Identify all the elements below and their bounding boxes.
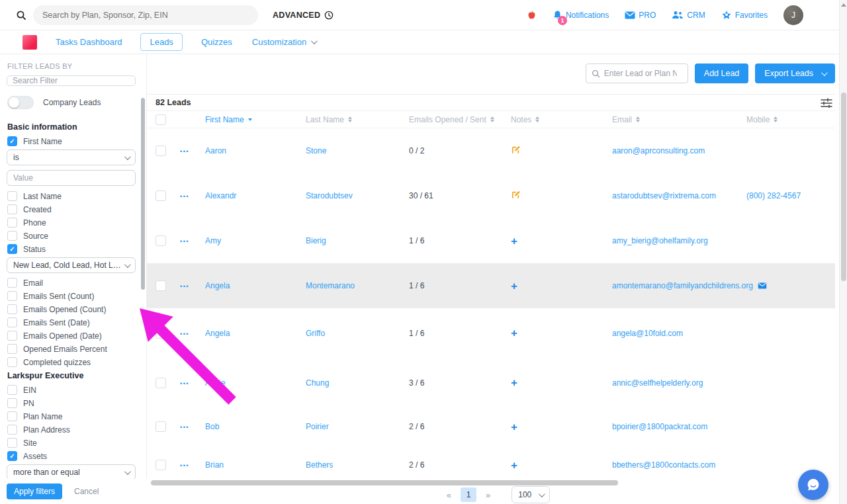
row-menu-button[interactable]: •••	[180, 462, 189, 469]
favorites-button[interactable]: Favorites	[721, 10, 768, 20]
last-name-link[interactable]: Bethers	[306, 460, 402, 470]
checkbox[interactable]	[7, 331, 17, 341]
first-name-link[interactable]: Alexandr	[205, 191, 299, 200]
tab-customization[interactable]: Customization	[251, 34, 317, 50]
checkbox[interactable]	[7, 385, 17, 395]
avatar[interactable]: J	[783, 5, 803, 25]
next-page-button[interactable]: »	[483, 490, 493, 500]
first-name-link[interactable]: Angela	[205, 329, 299, 338]
checkbox[interactable]	[7, 425, 17, 435]
horizontal-scrollbar[interactable]	[151, 480, 618, 485]
email-link[interactable]: bpoirier@1800packrat.com	[612, 422, 740, 431]
chat-button[interactable]	[798, 470, 828, 500]
checkbox[interactable]	[7, 317, 17, 327]
last-name-link[interactable]: Poirier	[306, 422, 402, 431]
edit-note-icon[interactable]	[511, 145, 521, 155]
checkbox[interactable]	[7, 231, 17, 241]
email-link[interactable]: amy_bierig@ohelfamily.org	[612, 236, 740, 245]
browser-scrollbar[interactable]	[839, 0, 847, 504]
checkbox[interactable]	[7, 204, 17, 214]
checkbox[interactable]	[7, 304, 17, 314]
row-checkbox[interactable]	[156, 460, 166, 470]
global-search-input[interactable]	[42, 11, 249, 20]
first-name-link[interactable]: Brian	[205, 460, 299, 470]
cancel-button[interactable]: Cancel	[74, 487, 99, 496]
checkbox[interactable]	[7, 398, 17, 408]
checkbox[interactable]	[7, 438, 17, 448]
company-leads-toggle[interactable]	[7, 96, 34, 109]
first-name-link[interactable]: Bob	[205, 422, 299, 431]
checkbox[interactable]	[7, 218, 17, 228]
filter-operator-select[interactable]: is	[7, 149, 136, 165]
last-name-link[interactable]: Chung	[306, 378, 402, 388]
row-menu-button[interactable]: •••	[180, 148, 189, 155]
add-note-button[interactable]: +	[511, 459, 517, 472]
tab-tasks-dashboard[interactable]: Tasks Dashboard	[54, 34, 123, 50]
scroll-up-arrow[interactable]	[841, 3, 846, 7]
lead-search[interactable]	[586, 63, 688, 83]
last-name-link[interactable]: Griffo	[306, 329, 402, 338]
envelope-icon[interactable]	[758, 282, 767, 289]
lead-search-input[interactable]	[604, 69, 677, 78]
column-header-first-name[interactable]: First Name	[199, 115, 299, 124]
column-settings-icon[interactable]	[821, 98, 832, 108]
page-number[interactable]: 1	[461, 487, 476, 502]
email-link[interactable]: astarodubtsev@rixtrema.com	[612, 191, 740, 200]
search-icon[interactable]	[16, 10, 26, 21]
row-menu-button[interactable]: •••	[180, 283, 189, 290]
row-checkbox[interactable]	[156, 328, 166, 339]
browser-scrollbar-thumb[interactable]	[841, 93, 846, 281]
filter-operator-select[interactable]: more than or equal	[7, 464, 136, 480]
notifications-button[interactable]: 1 Notifications	[553, 10, 609, 21]
sidebar-scrollbar[interactable]	[141, 98, 145, 290]
row-menu-button[interactable]: •••	[180, 380, 189, 387]
row-menu-button[interactable]: •••	[180, 424, 189, 431]
first-name-link[interactable]: Amy	[205, 236, 299, 245]
row-checkbox[interactable]	[156, 190, 166, 201]
email-link[interactable]: amontemarano@familyandchildrens.org	[612, 281, 740, 290]
row-checkbox[interactable]	[156, 378, 166, 388]
filter-operator-select[interactable]: New Lead, Cold Lead, Hot Lead, ...	[7, 257, 136, 273]
edit-note-icon[interactable]	[511, 190, 521, 200]
add-note-button[interactable]: +	[511, 235, 517, 247]
last-name-link[interactable]: Stone	[306, 146, 402, 155]
add-note-button[interactable]: +	[511, 327, 517, 339]
checkbox[interactable]	[7, 344, 17, 354]
last-name-link[interactable]: Starodubtsev	[306, 191, 402, 200]
first-name-link[interactable]: Angela	[205, 281, 299, 290]
checkbox[interactable]: ✓	[7, 244, 17, 254]
email-link[interactable]: aaron@aprconsulting.com	[612, 146, 740, 155]
checkbox[interactable]	[7, 357, 17, 367]
apple-icon[interactable]	[527, 10, 537, 21]
column-header-last-name[interactable]: Last Name	[299, 115, 402, 124]
add-note-button[interactable]: +	[511, 280, 517, 292]
last-name-link[interactable]: Montemarano	[306, 281, 402, 290]
column-header-emails-opened-sent[interactable]: Emails Opened / Sent	[402, 115, 504, 124]
row-checkbox[interactable]	[156, 235, 166, 246]
checkbox[interactable]	[7, 291, 17, 301]
checkbox[interactable]: ✓	[7, 451, 17, 461]
row-checkbox[interactable]	[156, 280, 166, 291]
filter-value-input[interactable]	[7, 170, 136, 186]
select-all-checkbox[interactable]	[156, 114, 166, 125]
page-size-select[interactable]: 100	[512, 486, 550, 503]
checkbox[interactable]: ✓	[7, 136, 17, 146]
global-search[interactable]	[33, 5, 258, 25]
add-note-button[interactable]: +	[511, 376, 517, 389]
email-link[interactable]: angela@10fold.com	[612, 329, 740, 338]
email-link[interactable]: annic@selfhelpelderly.org	[612, 378, 740, 388]
tab-leads[interactable]: Leads	[140, 33, 182, 51]
row-menu-button[interactable]: •••	[180, 193, 189, 200]
first-name-link[interactable]: Aaron	[205, 146, 299, 155]
add-note-button[interactable]: +	[511, 421, 517, 433]
row-checkbox[interactable]	[156, 421, 166, 432]
apply-filters-button[interactable]: Apply filters	[7, 483, 62, 499]
advanced-search[interactable]: ADVANCED	[273, 11, 334, 20]
checkbox[interactable]	[7, 191, 17, 201]
export-leads-button[interactable]: Export Leads	[755, 63, 835, 83]
tab-quizzes[interactable]: Quizzes	[200, 34, 234, 50]
first-name-link[interactable]: Annie	[205, 378, 299, 388]
mobile-link[interactable]: (800) 282-4567	[746, 191, 835, 200]
row-menu-button[interactable]: •••	[180, 238, 189, 245]
row-menu-button[interactable]: •••	[180, 331, 189, 337]
